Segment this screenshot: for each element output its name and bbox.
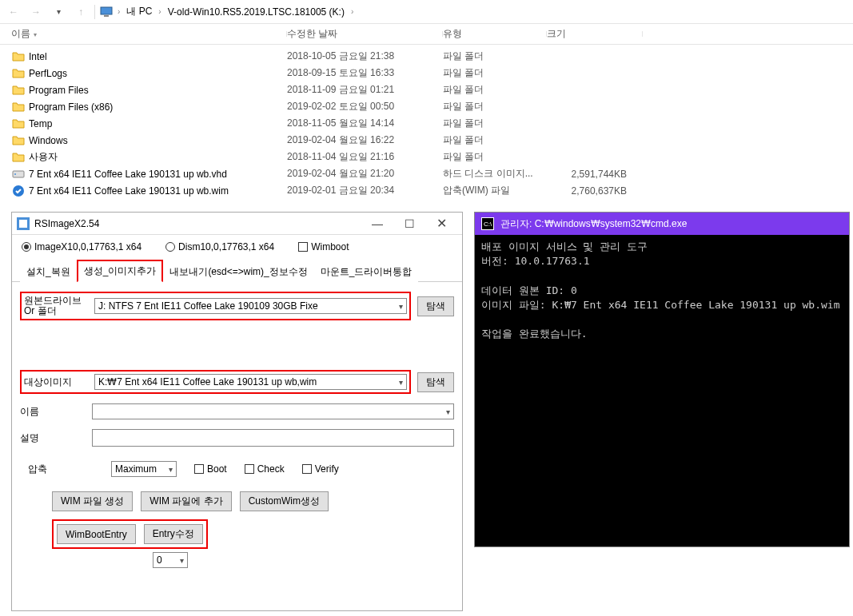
cmd-icon: C:\ xyxy=(481,217,494,230)
pc-icon xyxy=(100,6,113,18)
breadcrumb-drive[interactable]: V-old-Win10.RS5.2019.LTSC.181005 (K:) xyxy=(166,6,346,18)
file-row[interactable]: 사용자2018-11-04 일요일 21:16파일 폴더 xyxy=(0,149,853,165)
radio-imagex[interactable]: ImageX10,0,17763,1 x64 xyxy=(22,241,142,252)
file-name: 사용자 xyxy=(29,150,287,164)
file-row[interactable]: 7 Ent x64 IE11 Coffee Lake 190131 up wb.… xyxy=(0,165,853,182)
file-date: 2019-02-04 월요일 21:20 xyxy=(287,167,443,181)
chevron-icon: › xyxy=(351,7,353,16)
file-type: 파일 폴더 xyxy=(443,150,547,164)
file-date: 2018-11-05 월요일 14:14 xyxy=(287,117,443,130)
radio-icon xyxy=(165,242,175,252)
tab-install[interactable]: 설치_복원 xyxy=(20,261,77,282)
file-row[interactable]: Program Files2018-11-09 금요일 01:21파일 폴더 xyxy=(0,81,853,98)
column-headers: 이름▾ 수정한 날짜 유형 크기 xyxy=(0,24,853,45)
check-check[interactable]: Check xyxy=(245,463,285,475)
file-name: Program Files xyxy=(29,85,287,96)
folder-icon xyxy=(11,66,26,81)
file-name: Program Files (x86) xyxy=(29,101,287,113)
target-select[interactable]: K:₩7 Ent x64 IE11 Coffee Lake 190131 up … xyxy=(94,374,407,390)
file-row[interactable]: 7 Ent x64 IE11 Coffee Lake 190131 up wb.… xyxy=(0,182,853,199)
label-desc: 설명 xyxy=(20,431,86,445)
label-target: 대상이미지 xyxy=(24,376,90,389)
breadcrumb-pc[interactable]: 내 PC xyxy=(125,5,153,18)
dropdown-icon: ▾ xyxy=(34,31,37,38)
check-verify[interactable]: Verify xyxy=(302,463,339,475)
file-name: Windows xyxy=(29,135,287,146)
file-row[interactable]: Windows2019-02-04 월요일 16:22파일 폴더 xyxy=(0,132,853,149)
nav-forward-button[interactable]: → xyxy=(27,3,45,21)
label-source: 원본드라이브 Or 폴더 xyxy=(24,296,90,316)
nav-dropdown-button[interactable]: ▾ xyxy=(50,3,67,21)
check-wimboot[interactable]: Wimboot xyxy=(298,241,349,252)
col-header-name[interactable]: 이름▾ xyxy=(11,27,287,41)
minimize-button[interactable]: — xyxy=(361,217,393,230)
desc-input[interactable] xyxy=(92,429,454,447)
app-icon xyxy=(17,217,30,230)
folder-icon xyxy=(11,150,26,165)
file-type: 파일 폴더 xyxy=(443,66,547,80)
window-title: RSImageX2.54 xyxy=(34,218,361,229)
wim-icon xyxy=(11,184,26,198)
cmd-output[interactable]: 배포 이미지 서비스 및 관리 도구 버전: 10.0.17763.1 데이터 … xyxy=(475,235,849,546)
col-header-size[interactable]: 크기 xyxy=(547,27,643,41)
file-row[interactable]: Temp2018-11-05 월요일 14:14파일 폴더 xyxy=(0,115,853,132)
file-type: 파일 폴더 xyxy=(443,133,547,147)
form-area: 원본드라이브 Or 폴더 J: NTFS 7 Ent IE11 Coffee L… xyxy=(12,282,462,578)
svg-rect-1 xyxy=(104,15,109,17)
tab-create[interactable]: 생성_이미지추가 xyxy=(77,260,164,282)
index-select[interactable]: 0▾ xyxy=(153,552,188,568)
file-type: 파일 폴더 xyxy=(443,83,547,97)
file-row[interactable]: PerfLogs2018-09-15 토요일 16:33파일 폴더 xyxy=(0,65,853,81)
radio-dism[interactable]: Dism10,0,17763,1 x64 xyxy=(165,241,274,252)
chevron-icon: › xyxy=(158,7,161,16)
svg-rect-6 xyxy=(19,220,27,228)
col-header-type[interactable]: 유형 xyxy=(443,27,547,41)
file-type: 하드 디스크 이미지... xyxy=(443,167,547,181)
file-type: 파일 폴더 xyxy=(443,50,547,63)
svg-rect-0 xyxy=(101,7,112,14)
file-name: 7 Ent x64 IE11 Coffee Lake 190131 up wb.… xyxy=(29,169,287,180)
folder-icon xyxy=(11,100,26,114)
custom-wim-button[interactable]: CustomWim생성 xyxy=(240,491,329,511)
cmd-window: C:\ 관리자: C:₩windows₩system32₩cmd.exe 배포 … xyxy=(474,212,850,547)
entry-edit-button[interactable]: Entry수정 xyxy=(144,524,203,544)
file-type: 파일 폴더 xyxy=(443,100,547,113)
label-name: 이름 xyxy=(20,405,86,419)
file-date: 2019-02-01 금요일 20:34 xyxy=(287,184,443,197)
file-date: 2019-02-04 월요일 16:22 xyxy=(287,133,443,147)
folder-icon xyxy=(11,50,26,64)
nav-up-button[interactable]: ↑ xyxy=(72,3,90,21)
cmd-title-text: 관리자: C:₩windows₩system32₩cmd.exe xyxy=(500,217,687,231)
file-row[interactable]: Intel2018-10-05 금요일 21:38파일 폴더 xyxy=(0,48,853,65)
browse-target-button[interactable]: 탐색 xyxy=(417,372,454,392)
source-select[interactable]: J: NTFS 7 Ent IE11 Coffee Lake 190109 30… xyxy=(94,298,407,314)
file-row[interactable]: Program Files (x86)2019-02-02 토요일 00:50파… xyxy=(0,98,853,115)
check-boot[interactable]: Boot xyxy=(194,463,227,475)
tab-export[interactable]: 내보내기(esd<=>wim)_정보수정 xyxy=(163,261,313,282)
wimboot-entry-button[interactable]: WimBootEntry xyxy=(57,524,136,544)
file-date: 2018-11-04 일요일 21:16 xyxy=(287,150,443,164)
file-type: 압축(WIM) 파일 xyxy=(443,184,547,197)
file-date: 2018-11-09 금요일 01:21 xyxy=(287,83,443,97)
options-row: 압축 Maximum▾ Boot Check Verify xyxy=(20,461,454,477)
file-date: 2018-09-15 토요일 16:33 xyxy=(287,66,443,80)
rsimage-window: RSImageX2.54 — ☐ ✕ ImageX10,0,17763,1 x6… xyxy=(11,212,463,611)
name-select[interactable]: ▾ xyxy=(92,403,454,419)
create-wim-button[interactable]: WIM 파일 생성 xyxy=(52,491,133,511)
disk-icon xyxy=(11,167,26,181)
cmd-titlebar[interactable]: C:\ 관리자: C:₩windows₩system32₩cmd.exe xyxy=(475,213,849,235)
browse-source-button[interactable]: 탐색 xyxy=(417,296,454,316)
compress-select[interactable]: Maximum▾ xyxy=(111,461,177,477)
tab-mount[interactable]: 마운트_드라이버통합 xyxy=(314,261,419,282)
rsimage-titlebar[interactable]: RSImageX2.54 — ☐ ✕ xyxy=(12,213,462,235)
add-wim-button[interactable]: WIM 파일에 추가 xyxy=(141,491,231,511)
file-list: Intel2018-10-05 금요일 21:38파일 폴더PerfLogs20… xyxy=(0,45,853,202)
file-name: Intel xyxy=(29,51,287,62)
checkbox-icon xyxy=(298,242,308,252)
radio-row: ImageX10,0,17763,1 x64 Dism10,0,17763,1 … xyxy=(12,235,462,259)
maximize-button[interactable]: ☐ xyxy=(393,217,425,230)
folder-icon xyxy=(11,83,26,97)
nav-back-button[interactable]: ← xyxy=(5,3,22,21)
col-header-date[interactable]: 수정한 날짜 xyxy=(287,27,443,41)
close-button[interactable]: ✕ xyxy=(425,216,457,231)
